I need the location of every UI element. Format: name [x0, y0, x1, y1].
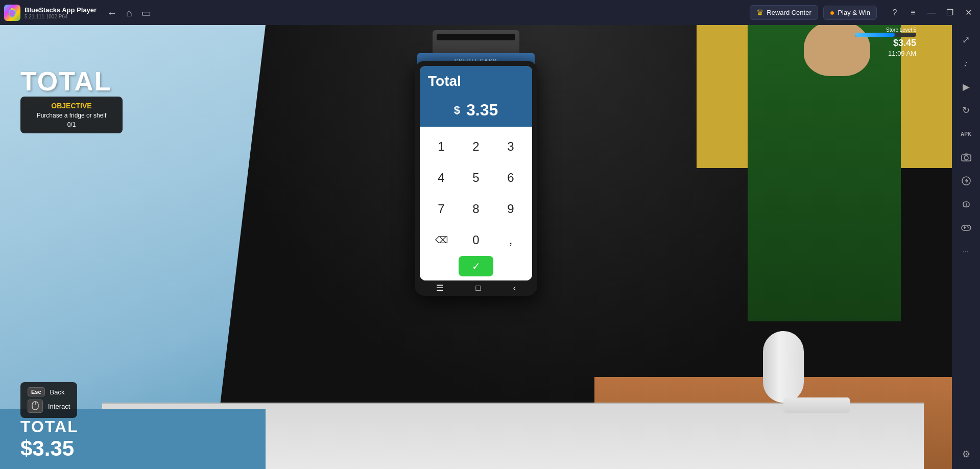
cylinder-object [763, 331, 804, 403]
app-version: 5.21.111.1002 P64 [25, 14, 97, 19]
reward-center-label: Reward Center [767, 9, 811, 16]
terminal-total-label: Total [420, 66, 532, 97]
store-level-fill [855, 33, 895, 37]
mouse-key-badge [28, 400, 43, 413]
app-title-block: BlueStacks App Player 5.21.111.1002 P64 [25, 6, 97, 19]
share-icon[interactable] [957, 171, 976, 191]
key-4[interactable]: 4 [424, 162, 459, 193]
key-7[interactable]: 7 [424, 194, 459, 225]
menu-button[interactable]: ≡ [905, 5, 921, 20]
bottom-total-display: TOTAL $3.35 [0, 409, 266, 469]
more-icon[interactable]: ··· [957, 242, 976, 261]
controls-box: Esc Back Interact [20, 382, 77, 418]
svg-point-10 [968, 227, 969, 228]
home-nav-button[interactable]: ⌂ [126, 8, 132, 18]
key-6[interactable]: 6 [493, 162, 528, 193]
play-win-button[interactable]: ● Play & Win [823, 6, 877, 20]
objective-box: OBJECTIVE Purchase a fridge or shelf 0/1 [20, 97, 123, 133]
nav-controls: ← ⌂ ▭ [107, 8, 151, 18]
svg-point-2 [964, 156, 968, 160]
time-display: 11:09 AM [888, 50, 916, 57]
bottom-total-amount: $3.35 [20, 436, 245, 461]
scanner-device [783, 397, 850, 413]
crown-icon: ♛ [756, 8, 763, 17]
svg-point-9 [967, 226, 968, 227]
reward-center-button[interactable]: ♛ Reward Center [750, 5, 818, 20]
key-8[interactable]: 8 [459, 194, 493, 225]
tabs-nav-button[interactable]: ▭ [141, 8, 151, 18]
store-level-label: Store Level 5 [886, 27, 916, 33]
video-icon[interactable]: ▶ [957, 77, 976, 97]
key-5[interactable]: 5 [459, 162, 493, 193]
esc-control-row: Esc Back [28, 387, 70, 396]
fullscreen-icon[interactable]: ⤢ [957, 30, 976, 50]
store-level-progress-bar [855, 33, 916, 37]
close-button[interactable]: ✕ [961, 5, 976, 20]
shake-icon[interactable] [957, 195, 976, 214]
keypad: 1 2 3 4 5 6 7 8 9 ⌫ 0 , ✓ [420, 127, 532, 280]
apk-icon[interactable]: APK [957, 124, 976, 144]
key-1[interactable]: 1 [424, 131, 459, 162]
coin-icon: ● [830, 8, 835, 17]
back-control-label: Back [50, 388, 65, 396]
dollar-sign: $ [454, 104, 460, 117]
titlebar-actions: ? ≡ — ❐ ✕ [887, 5, 976, 20]
key-2[interactable]: 2 [459, 131, 493, 162]
confirm-check-icon: ✓ [472, 260, 481, 272]
terminal-amount-row: $ 3.35 [420, 97, 532, 127]
phone-home-icon[interactable]: □ [475, 284, 481, 293]
objective-progress: 0/1 [28, 121, 115, 128]
back-nav-button[interactable]: ← [107, 8, 117, 18]
key-0[interactable]: 0 [459, 225, 493, 256]
interact-control-row: Interact [28, 400, 70, 413]
interact-control-label: Interact [48, 403, 70, 410]
printer-slot [437, 34, 515, 40]
key-9[interactable]: 9 [493, 194, 528, 225]
svg-rect-6 [962, 225, 971, 230]
gamepad-icon[interactable] [957, 218, 976, 238]
confirm-button[interactable]: ✓ [459, 256, 493, 276]
minimize-button[interactable]: — [924, 5, 939, 20]
esc-key-badge: Esc [28, 387, 45, 396]
bluestacks-logo [4, 5, 20, 21]
right-sidebar: ⤢ ♪ ▶ ↻ APK ··· ⚙ [952, 25, 980, 469]
store-level-bar: Store Level 5 [855, 27, 916, 37]
terminal-screen: Total $ 3.35 1 2 3 4 5 6 7 8 9 ⌫ 0 , [420, 66, 532, 280]
settings-icon[interactable]: ⚙ [957, 444, 976, 464]
key-backspace[interactable]: ⌫ [424, 225, 459, 256]
phone-menu-icon[interactable]: ☰ [436, 283, 443, 293]
bottom-total-label: TOTAL [20, 417, 245, 436]
rotate-icon[interactable]: ↻ [957, 101, 976, 120]
help-button[interactable]: ? [887, 5, 902, 20]
payment-terminal[interactable]: Total $ 3.35 1 2 3 4 5 6 7 8 9 ⌫ 0 , [415, 61, 537, 296]
app-name: BlueStacks App Player [25, 6, 97, 14]
volume-icon[interactable]: ♪ [957, 54, 976, 73]
total-text-top: TOTAL [20, 66, 112, 97]
camera-icon[interactable] [957, 148, 976, 167]
restore-button[interactable]: ❐ [942, 5, 958, 20]
phone-back-icon[interactable]: ‹ [513, 284, 516, 293]
key-3[interactable]: 3 [493, 131, 528, 162]
amount-value: 3.35 [466, 101, 498, 120]
game-viewport: CREDIT CARD Total $ 3.35 1 2 3 4 5 6 7 8 [0, 25, 952, 469]
phone-navbar: ☰ □ ‹ [420, 280, 532, 295]
objective-description: Purchase a fridge or shelf [28, 112, 115, 119]
titlebar: BlueStacks App Player 5.21.111.1002 P64 … [0, 0, 980, 25]
play-win-label: Play & Win [838, 9, 870, 16]
hud-top-right: Store Level 5 $3.45 11:09 AM [855, 27, 916, 57]
objective-title: OBJECTIVE [28, 102, 115, 110]
key-comma[interactable]: , [493, 225, 528, 256]
money-display: $3.45 [893, 38, 916, 49]
